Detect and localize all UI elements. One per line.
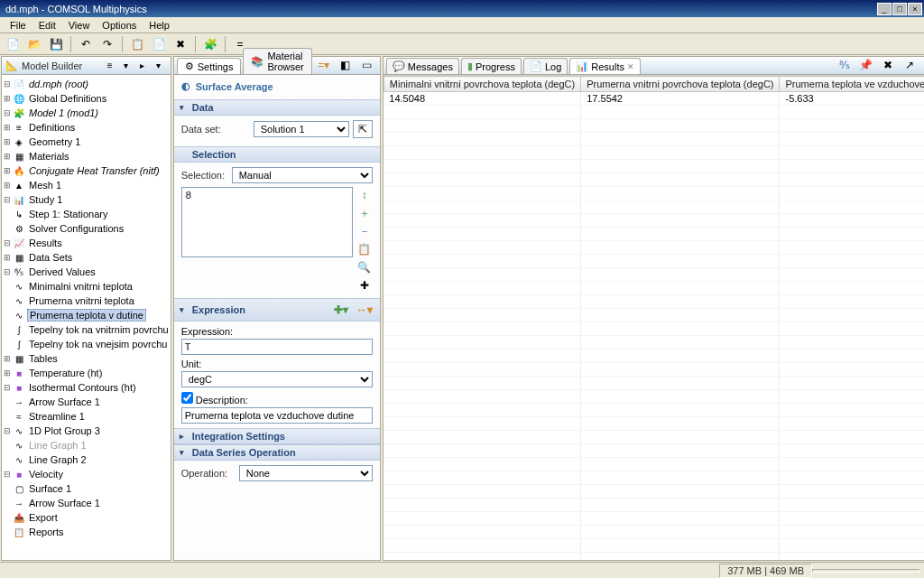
- unit-select[interactable]: degC: [181, 371, 373, 387]
- tree-node[interactable]: 📋Reports: [2, 525, 171, 539]
- tree-node[interactable]: ∿Prumerna teplota v dutine: [2, 308, 171, 322]
- switch-on-icon[interactable]: ↕: [356, 187, 373, 203]
- pane-menu-button[interactable]: ▾: [151, 59, 167, 73]
- show-equal-button[interactable]: ≡: [102, 59, 118, 73]
- zoom-selection-icon[interactable]: 🔍: [356, 259, 373, 275]
- save-button[interactable]: 💾: [46, 35, 66, 53]
- tab-log[interactable]: 📄Log: [523, 58, 568, 74]
- dataset-goto-button[interactable]: ⇱: [353, 120, 373, 138]
- results-pane: 💬Messages ▮Progress 📄Log 📊Results ✕ ⁸⁄₅ …: [383, 56, 924, 561]
- model-builder-title: Model Builder: [22, 61, 102, 71]
- section-expression[interactable]: ▾Expression ✚▾ ↔▾: [174, 298, 380, 322]
- tree-node[interactable]: ≈Streamline 1: [2, 409, 171, 424]
- minimize-pane-icon[interactable]: ▭: [357, 56, 377, 74]
- tree-node[interactable]: ⊟📊Study 1: [2, 192, 171, 207]
- model-button[interactable]: 🧩: [200, 35, 220, 53]
- close-button[interactable]: ×: [908, 3, 922, 15]
- remove-selection-icon[interactable]: －: [356, 223, 373, 239]
- tree-node[interactable]: ∫Tepelny tok na vnejsim povrchu: [2, 337, 171, 351]
- export-button[interactable]: ↗: [900, 56, 919, 74]
- tree-node[interactable]: ⊞▦Tables: [2, 351, 171, 366]
- tab-results[interactable]: 📊Results ✕: [569, 58, 641, 74]
- tree-node[interactable]: ∿Line Graph 2: [2, 452, 171, 467]
- tree-node[interactable]: →Arrow Surface 1: [2, 496, 171, 510]
- column-header[interactable]: Minimalni vnitrni povrchova teplota (deg…: [383, 77, 580, 92]
- detach-icon[interactable]: ◧: [336, 56, 356, 74]
- tree-node[interactable]: ⊞🌐Global Definitions: [2, 91, 171, 106]
- tree-node[interactable]: ∿Minimalni vnitrni teplota: [2, 279, 171, 294]
- expression-input[interactable]: [181, 339, 373, 355]
- table-row[interactable]: 14.504817.5542-5.633: [383, 92, 924, 106]
- menu-edit[interactable]: Edit: [32, 18, 62, 33]
- minimize-button[interactable]: _: [877, 3, 892, 15]
- selection-list[interactable]: 8: [181, 187, 353, 257]
- model-tree[interactable]: ⊟📄dd.mph (root)⊞🌐Global Definitions⊟🧩Mod…: [2, 75, 171, 560]
- titlebar: dd.mph - COMSOL Multiphysics _ □ ×: [0, 0, 924, 17]
- delete-button[interactable]: ✖: [171, 35, 190, 53]
- tree-node[interactable]: ∿Prumerna vnitrni teplota: [2, 294, 171, 308]
- results-grid[interactable]: Minimalni vnitrni povrchova teplota (deg…: [383, 75, 924, 560]
- tree-node[interactable]: ▢Surface 1: [2, 481, 171, 496]
- tree-node[interactable]: ⊟■Velocity: [2, 467, 171, 481]
- tree-node[interactable]: ⊟📈Results: [2, 236, 171, 250]
- tree-node[interactable]: ⊟📄dd.mph (root): [2, 77, 171, 91]
- tree-node[interactable]: ↳Step 1: Stationary: [2, 207, 171, 221]
- surface-average-icon: ◐: [181, 80, 190, 92]
- section-integration[interactable]: ▸Integration Settings: [174, 428, 380, 444]
- tab-messages[interactable]: 💬Messages: [386, 58, 459, 74]
- collapse-all-button[interactable]: ▾: [118, 59, 134, 73]
- tree-node[interactable]: ⊟∿1D Plot Group 3: [2, 424, 171, 438]
- tree-node[interactable]: ∫Tepelny tok na vnitrnim povrchu: [2, 322, 171, 337]
- pin-button[interactable]: 📌: [856, 56, 876, 74]
- menu-help[interactable]: Help: [143, 18, 176, 33]
- new-button[interactable]: 📄: [3, 35, 23, 53]
- add-selection-icon[interactable]: ＋: [356, 205, 373, 221]
- section-selection[interactable]: Selection: [174, 146, 380, 163]
- tree-node[interactable]: ⊞▦Materials: [2, 149, 171, 163]
- menubar: FileEditViewOptionsHelp: [0, 17, 924, 33]
- section-dso[interactable]: ▾Data Series Operation: [174, 444, 380, 461]
- tree-node[interactable]: ⊟🧩Model 1 (mod1): [2, 106, 171, 120]
- maximize-button[interactable]: □: [892, 3, 907, 15]
- tree-node[interactable]: ⊞▲Mesh 1: [2, 178, 171, 192]
- description-input[interactable]: [181, 407, 373, 424]
- tree-node[interactable]: ⊞◈Geometry 1: [2, 135, 171, 149]
- tree-node[interactable]: 📤Export: [2, 510, 171, 525]
- tab-settings[interactable]: ⚙Settings: [177, 58, 242, 74]
- create-selection-icon[interactable]: ✚: [356, 277, 373, 294]
- paste-button[interactable]: 📄: [149, 35, 169, 53]
- tree-node[interactable]: →Arrow Surface 1: [2, 395, 171, 409]
- replace-expression-icon[interactable]: ↔▾: [355, 301, 374, 319]
- clear-table-button[interactable]: ✖: [878, 56, 898, 74]
- open-button[interactable]: 📂: [24, 35, 44, 53]
- tab-material-browser[interactable]: 📚Material Browser: [243, 48, 311, 74]
- compute-icon[interactable]: =▾: [314, 56, 334, 74]
- copy-button[interactable]: 📋: [127, 35, 147, 53]
- tree-node[interactable]: ⊟■Isothermal Contours (ht): [2, 380, 171, 395]
- tree-node[interactable]: ⊞≡Definitions: [2, 120, 171, 135]
- column-header[interactable]: Prumerna vnitrni povrchova teplota (degC…: [581, 77, 780, 92]
- tree-node[interactable]: ⊞▦Data Sets: [2, 250, 171, 265]
- tree-node[interactable]: ⊞🔥Conjugate Heat Transfer (nitf): [2, 163, 171, 178]
- description-checkbox[interactable]: Description:: [181, 395, 248, 406]
- tree-node[interactable]: ⊟⁸⁄₅Derived Values: [2, 265, 171, 279]
- dataset-select[interactable]: Solution 1: [254, 121, 349, 137]
- tree-node[interactable]: ⚙Solver Configurations: [2, 221, 171, 236]
- eval-button[interactable]: ⁸⁄₅: [835, 56, 855, 74]
- selection-select[interactable]: Manual: [232, 167, 373, 183]
- menu-file[interactable]: File: [4, 18, 32, 33]
- expand-all-button[interactable]: ▸: [134, 59, 151, 73]
- redo-button[interactable]: ↷: [97, 35, 117, 53]
- paste-selection-icon[interactable]: 📋: [356, 241, 373, 257]
- menu-view[interactable]: View: [62, 18, 97, 33]
- tree-node[interactable]: ∿Line Graph 1: [2, 438, 171, 452]
- tab-progress[interactable]: ▮Progress: [461, 58, 522, 74]
- add-expression-icon[interactable]: ✚▾: [331, 301, 351, 319]
- menu-options[interactable]: Options: [96, 18, 143, 33]
- settings-heading: ◐ Surface Average: [174, 75, 380, 99]
- section-data[interactable]: ▾Data: [174, 99, 380, 116]
- column-header[interactable]: Prumerna teplota ve vzduchove dutine (de…: [780, 77, 924, 92]
- undo-button[interactable]: ↶: [76, 35, 96, 53]
- operation-select[interactable]: None: [239, 465, 373, 481]
- tree-node[interactable]: ⊞■Temperature (ht): [2, 366, 171, 380]
